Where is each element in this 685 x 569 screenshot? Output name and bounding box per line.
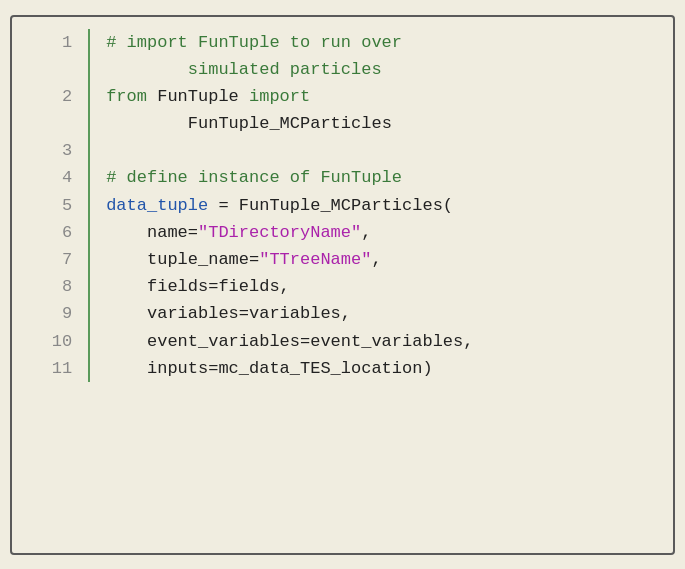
line-number: 10 [28, 328, 89, 355]
line-number: 2 [28, 83, 89, 137]
line-code: event_variables=event_variables, [89, 328, 657, 355]
table-row: 11 inputs=mc_data_TES_location) [28, 355, 657, 382]
code-text: variables=variables, [106, 304, 351, 323]
table-row: 2 from FunTuple import FunTuple_MCPartic… [28, 83, 657, 137]
code-text: inputs=mc_data_TES_location) [106, 359, 432, 378]
line-code [89, 137, 657, 164]
line-number: 7 [28, 246, 89, 273]
string-value: "TDirectoryName" [198, 223, 361, 242]
code-text: FunTuple_MCParticles [106, 114, 392, 133]
line-code: fields=fields, [89, 273, 657, 300]
code-text: fields=fields, [106, 277, 290, 296]
comment: # import FunTuple to run over simulated … [106, 33, 402, 79]
variable-name: data_tuple [106, 196, 208, 215]
table-row: 6 name="TDirectoryName", [28, 219, 657, 246]
code-text: tuple_name= [106, 250, 259, 269]
line-code: # define instance of FunTuple [89, 164, 657, 191]
line-number: 6 [28, 219, 89, 246]
line-code: inputs=mc_data_TES_location) [89, 355, 657, 382]
code-text: = FunTuple_MCParticles( [208, 196, 453, 215]
line-code: tuple_name="TTreeName", [89, 246, 657, 273]
code-text: event_variables=event_variables, [106, 332, 473, 351]
code-text: FunTuple [147, 87, 249, 106]
keyword-from: from [106, 87, 147, 106]
line-number: 4 [28, 164, 89, 191]
code-text: , [361, 223, 371, 242]
line-number: 11 [28, 355, 89, 382]
table-row: 1 # import FunTuple to run over simulate… [28, 29, 657, 83]
line-code: data_tuple = FunTuple_MCParticles( [89, 192, 657, 219]
keyword-import: import [249, 87, 310, 106]
line-code: name="TDirectoryName", [89, 219, 657, 246]
line-code: from FunTuple import FunTuple_MCParticle… [89, 83, 657, 137]
table-row: 5 data_tuple = FunTuple_MCParticles( [28, 192, 657, 219]
line-code: # import FunTuple to run over simulated … [89, 29, 657, 83]
table-row: 8 fields=fields, [28, 273, 657, 300]
table-row: 9 variables=variables, [28, 300, 657, 327]
line-number: 5 [28, 192, 89, 219]
comment: # define instance of FunTuple [106, 168, 402, 187]
code-block: 1 # import FunTuple to run over simulate… [10, 15, 675, 555]
string-value: "TTreeName" [259, 250, 371, 269]
code-text: , [371, 250, 381, 269]
table-row: 10 event_variables=event_variables, [28, 328, 657, 355]
table-row: 4 # define instance of FunTuple [28, 164, 657, 191]
line-number: 8 [28, 273, 89, 300]
line-code: variables=variables, [89, 300, 657, 327]
code-text: name= [106, 223, 198, 242]
line-number: 9 [28, 300, 89, 327]
line-number: 3 [28, 137, 89, 164]
table-row: 3 [28, 137, 657, 164]
line-number: 1 [28, 29, 89, 83]
table-row: 7 tuple_name="TTreeName", [28, 246, 657, 273]
code-table: 1 # import FunTuple to run over simulate… [28, 29, 657, 382]
